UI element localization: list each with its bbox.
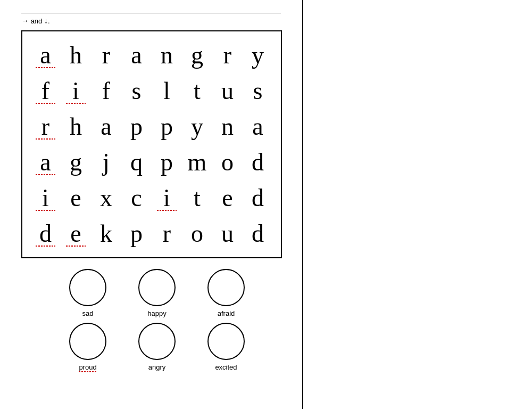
grid-cell: a [30, 38, 61, 72]
grid-row: rhappyna [30, 109, 273, 144]
grid-cell: a [91, 109, 121, 144]
grid-cell: p [121, 109, 152, 144]
grid-cell: n [152, 38, 182, 72]
feeling-item: sad [59, 269, 117, 317]
feeling-circle [138, 323, 176, 360]
grid-cell: d [243, 145, 273, 179]
feeling-label: angry [148, 363, 166, 371]
grid-cell: y [243, 38, 273, 72]
feeling-item: afraid [197, 269, 255, 317]
feeling-item: excited [197, 323, 255, 371]
grid-cell: o [212, 145, 243, 179]
grid-cell: r [212, 38, 243, 72]
grid-cell: l [152, 73, 182, 108]
grid-cell: a [121, 38, 152, 72]
feeling-item: proud [59, 323, 117, 371]
grid-cell: f [30, 73, 61, 108]
grid-cell: d [30, 216, 61, 251]
grid-row: ahrangry [30, 38, 273, 72]
grid-cell: e [61, 216, 91, 251]
grid-cell: g [61, 145, 91, 179]
word-search-grid: ahrangryfifsltusrhappynaagjqpmodiexcited… [21, 30, 282, 258]
feeling-circle [69, 269, 106, 306]
grid-cell: d [243, 181, 273, 215]
grid-cell: h [61, 109, 91, 144]
grid-cell: s [121, 73, 152, 108]
feeling-label: afraid [218, 309, 235, 317]
grid-cell: i [30, 181, 61, 215]
feeling-circle [207, 323, 245, 360]
grid-row: agjqpmod [30, 145, 273, 179]
grid-cell: n [212, 109, 243, 144]
grid-cell: i [152, 181, 182, 215]
grid-row: iexcited [30, 181, 273, 215]
grid-cell: k [91, 216, 121, 251]
main-content: → and ↓. ahrangryfifsltusrhappynaagjqpmo… [0, 0, 303, 409]
feeling-label: sad [82, 309, 94, 317]
feeling-circle [138, 269, 176, 306]
feeling-item: happy [128, 269, 186, 317]
grid-cell: o [182, 216, 212, 251]
grid-row: dekproud [30, 216, 273, 251]
instructions: → and ↓. [21, 17, 281, 25]
grid-cell: p [121, 216, 152, 251]
feeling-item: angry [128, 323, 186, 371]
grid-cell: x [91, 181, 121, 215]
arrow-down-icon: ↓ [44, 17, 48, 25]
grid-cell: g [182, 38, 212, 72]
feeling-circle [69, 323, 106, 360]
grid-cell: f [91, 73, 121, 108]
right-panel [303, 0, 532, 409]
page-title [21, 11, 281, 13]
grid-cell: p [152, 145, 182, 179]
grid-cell: i [61, 73, 91, 108]
grid-cell: r [152, 216, 182, 251]
grid-cell: e [212, 181, 243, 215]
feeling-circle [207, 269, 245, 306]
grid-cell: a [30, 145, 61, 179]
grid-cell: m [182, 145, 212, 179]
grid-cell: q [121, 145, 152, 179]
and-text: and [31, 17, 43, 25]
grid-cell: r [30, 109, 61, 144]
grid-cell: e [61, 181, 91, 215]
feelings-section: sadhappyafraidproudangryexcited [21, 269, 281, 371]
arrow-right-icon: → [21, 17, 29, 25]
grid-cell: j [91, 145, 121, 179]
grid-cell: p [152, 109, 182, 144]
feelings-row: proudangryexcited [21, 323, 281, 371]
grid-cell: a [243, 109, 273, 144]
grid-cell: t [182, 73, 212, 108]
grid-cell: s [243, 73, 273, 108]
grid-cell: d [243, 216, 273, 251]
feelings-row: sadhappyafraid [21, 269, 281, 317]
grid-cell: r [91, 38, 121, 72]
grid-cell: h [61, 38, 91, 72]
grid-cell: t [182, 181, 212, 215]
grid-cell: c [121, 181, 152, 215]
feeling-label: excited [215, 363, 237, 371]
feeling-label: proud [79, 363, 96, 371]
grid-cell: y [182, 109, 212, 144]
feeling-label: happy [147, 309, 166, 317]
grid-row: fifsltus [30, 73, 273, 108]
grid-cell: u [212, 73, 243, 108]
grid-cell: u [212, 216, 243, 251]
